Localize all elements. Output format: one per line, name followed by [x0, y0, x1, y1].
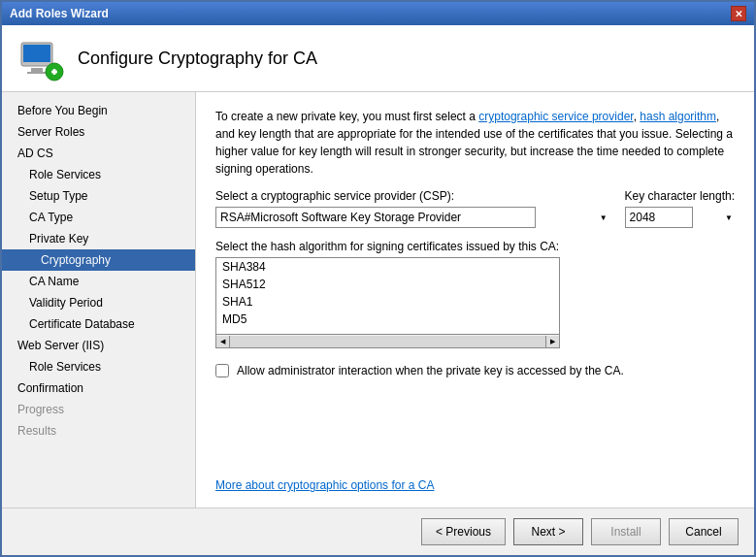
sidebar: Before You BeginServer RolesAD CSRole Se…	[2, 92, 196, 508]
svg-rect-3	[27, 72, 47, 74]
checkbox-row: Allow administrator interaction when the…	[215, 364, 735, 377]
sidebar-item-confirmation-13[interactable]: Confirmation	[2, 377, 195, 399]
key-length-group: Key character length: 512102420484096819…	[625, 189, 735, 228]
csp-select-wrapper: RSA#Microsoft Software Key Storage Provi…	[215, 207, 609, 228]
close-button[interactable]: ✕	[731, 6, 746, 21]
description-text: To create a new private key, you must fi…	[215, 108, 735, 178]
previous-button[interactable]: < Previous	[421, 518, 506, 545]
sidebar-item-server-roles-1[interactable]: Server Roles	[2, 121, 195, 143]
svg-rect-1	[23, 45, 50, 62]
title-bar: Add Roles Wizard ✕	[2, 2, 754, 25]
csp-key-row: Select a cryptographic service provider …	[215, 189, 735, 228]
hash-hscrollbar[interactable]: ◀ ▶	[215, 335, 560, 348]
header-title: Configure Cryptography for CA	[78, 49, 317, 69]
sidebar-item-validity-period-9[interactable]: Validity Period	[2, 292, 195, 313]
sidebar-item-ca-type-5[interactable]: CA Type	[2, 207, 195, 228]
more-about-link[interactable]: More about cryptographic options for a C…	[215, 478, 434, 492]
sidebar-item-before-you-begin-0[interactable]: Before You Begin	[2, 100, 195, 121]
spacer	[215, 389, 735, 467]
hscroll-right-btn[interactable]: ▶	[545, 336, 559, 347]
install-button[interactable]: Install	[591, 518, 661, 545]
key-length-select[interactable]: 512102420484096819216384	[625, 207, 693, 228]
hash-listbox-inner[interactable]: SHA384SHA512SHA1MD5	[216, 258, 559, 334]
sidebar-item-ca-name-8[interactable]: CA Name	[2, 271, 195, 292]
hash-label: Select the hash algorithm for signing ce…	[215, 240, 735, 253]
more-link: More about cryptographic options for a C…	[215, 478, 735, 492]
hscroll-track	[230, 336, 545, 347]
sidebar-item-setup-type-4[interactable]: Setup Type	[2, 185, 195, 207]
hash-item-sha1[interactable]: SHA1	[216, 293, 559, 311]
content-area: To create a new private key, you must fi…	[196, 92, 754, 508]
wizard-icon	[17, 35, 64, 82]
hash-item-sha384[interactable]: SHA384	[216, 258, 559, 276]
hash-listbox[interactable]: SHA384SHA512SHA1MD5	[215, 257, 560, 335]
hscroll-left-btn[interactable]: ◀	[216, 336, 230, 347]
window-title: Add Roles Wizard	[10, 7, 109, 20]
sidebar-item-ad-cs-2[interactable]: AD CS	[2, 143, 195, 164]
sidebar-item-web-server-(iis)-11[interactable]: Web Server (IIS)	[2, 335, 195, 356]
desc-before-link1: To create a new private key, you must fi…	[215, 110, 478, 123]
key-length-label: Key character length:	[625, 189, 735, 203]
admin-interaction-checkbox[interactable]	[215, 364, 229, 377]
cancel-button[interactable]: Cancel	[669, 518, 739, 545]
sidebar-item-role-services-3[interactable]: Role Services	[2, 164, 195, 185]
footer: < Previous Next > Install Cancel	[2, 508, 754, 555]
hash-item-md5[interactable]: MD5	[216, 311, 559, 328]
sidebar-item-private-key-6[interactable]: Private Key	[2, 228, 195, 249]
main-container: Before You BeginServer RolesAD CSRole Se…	[2, 92, 754, 508]
sidebar-item-certificate-database-10[interactable]: Certificate Database	[2, 313, 195, 335]
csp-label: Select a cryptographic service provider …	[215, 189, 609, 203]
csp-link[interactable]: cryptographic service provider	[478, 110, 633, 123]
csp-group: Select a cryptographic service provider …	[215, 189, 609, 228]
hash-link[interactable]: hash algorithm	[640, 110, 716, 123]
header-section: Configure Cryptography for CA	[2, 25, 754, 92]
main-window: Add Roles Wizard ✕ Configure Cryptograph…	[0, 0, 756, 557]
csp-select[interactable]: RSA#Microsoft Software Key Storage Provi…	[215, 207, 536, 228]
svg-rect-2	[31, 68, 43, 72]
svg-rect-6	[53, 69, 56, 75]
sidebar-item-role-services-12[interactable]: Role Services	[2, 356, 195, 377]
hash-item-sha512[interactable]: SHA512	[216, 276, 559, 293]
next-button[interactable]: Next >	[513, 518, 583, 545]
hash-group: Select the hash algorithm for signing ce…	[215, 240, 735, 348]
checkbox-label: Allow administrator interaction when the…	[237, 364, 624, 377]
key-length-select-wrapper: 512102420484096819216384	[625, 207, 735, 228]
sidebar-item-cryptography-7[interactable]: Cryptography	[2, 249, 195, 271]
sidebar-item-progress-14[interactable]: Progress	[2, 399, 195, 420]
sidebar-item-results-15[interactable]: Results	[2, 420, 195, 442]
